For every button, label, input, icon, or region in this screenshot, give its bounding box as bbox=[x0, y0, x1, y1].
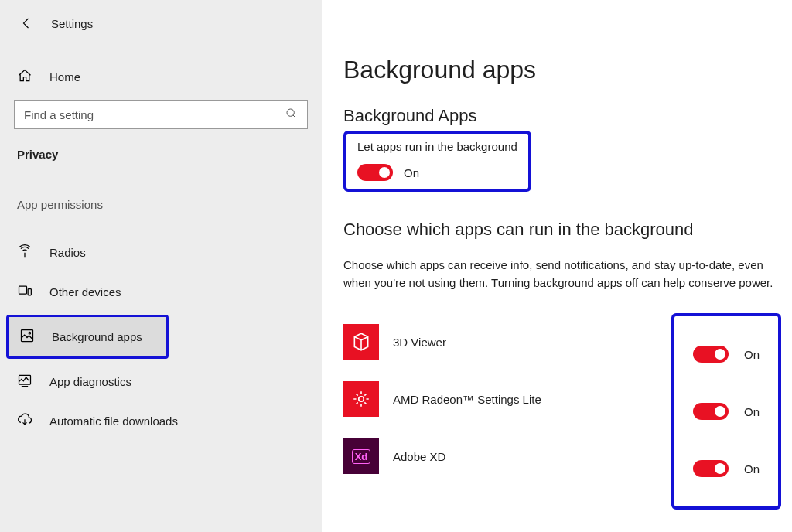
svg-point-4 bbox=[29, 332, 31, 334]
app-icon-3d-viewer bbox=[343, 324, 379, 360]
section-background-apps-title: Background Apps bbox=[343, 106, 781, 126]
sidebar-item-label: Automatic file downloads bbox=[50, 414, 178, 428]
section-choose-apps-title: Choose which apps can run in the backgro… bbox=[343, 220, 781, 240]
master-toggle[interactable] bbox=[357, 164, 393, 181]
svg-point-0 bbox=[287, 109, 294, 116]
background-apps-icon bbox=[19, 328, 35, 346]
app-toggle-row: On bbox=[693, 383, 760, 440]
sidebar-item-other-devices[interactable]: Other devices bbox=[0, 272, 322, 312]
app-list-wrap: 3D Viewer AMD Radeon™ Settings Lite Xd A… bbox=[343, 313, 781, 510]
app-row-adobe-xd: Xd Adobe XD bbox=[343, 428, 662, 485]
app-toggle-3d-viewer[interactable] bbox=[693, 346, 729, 363]
devices-icon bbox=[17, 283, 32, 301]
page-title: Background apps bbox=[343, 56, 781, 84]
app-row-amd-radeon: AMD Radeon™ Settings Lite bbox=[343, 370, 662, 428]
svg-rect-1 bbox=[19, 286, 27, 294]
sidebar-item-label: Other devices bbox=[50, 285, 121, 298]
section-privacy-label: Privacy bbox=[0, 143, 322, 165]
search-input[interactable]: Find a setting bbox=[14, 100, 308, 129]
sidebar-item-label: Background apps bbox=[52, 330, 142, 343]
app-icon-amd-radeon bbox=[343, 381, 379, 417]
sidebar: Settings Home Find a setting Privacy App… bbox=[0, 0, 322, 532]
back-icon[interactable] bbox=[20, 16, 34, 30]
app-list: 3D Viewer AMD Radeon™ Settings Lite Xd A… bbox=[343, 313, 662, 485]
cloud-download-icon bbox=[17, 412, 32, 430]
master-toggle-label: Let apps run in the background bbox=[357, 140, 517, 153]
home-nav[interactable]: Home bbox=[0, 59, 322, 95]
app-toggle-state: On bbox=[744, 462, 760, 476]
master-toggle-state: On bbox=[404, 166, 419, 179]
master-toggle-highlight: Let apps run in the background On bbox=[343, 131, 531, 192]
app-toggle-adobe-xd[interactable] bbox=[693, 460, 729, 477]
svg-rect-3 bbox=[22, 330, 33, 342]
app-name: 3D Viewer bbox=[393, 336, 446, 349]
app-name: AMD Radeon™ Settings Lite bbox=[393, 393, 541, 406]
app-toggle-state: On bbox=[744, 348, 760, 361]
master-toggle-row: On bbox=[357, 164, 517, 181]
sidebar-item-label: Radios bbox=[50, 246, 86, 259]
section-choose-apps-description: Choose which apps can receive info, send… bbox=[343, 257, 777, 292]
group-app-permissions-label: App permissions bbox=[0, 193, 322, 216]
home-label: Home bbox=[50, 70, 80, 84]
app-toggle-row: On bbox=[693, 326, 760, 383]
search-placeholder: Find a setting bbox=[24, 108, 94, 121]
sidebar-item-radios[interactable]: Radios bbox=[0, 233, 322, 272]
app-name: Adobe XD bbox=[393, 450, 446, 463]
sidebar-item-app-diagnostics[interactable]: App diagnostics bbox=[0, 362, 322, 401]
diagnostics-icon bbox=[17, 373, 32, 390]
app-toggle-row: On bbox=[693, 440, 760, 497]
header-row: Settings bbox=[0, 6, 322, 40]
home-icon bbox=[17, 68, 32, 86]
app-row-3d-viewer: 3D Viewer bbox=[343, 313, 662, 370]
sidebar-item-background-apps[interactable]: Background apps bbox=[6, 315, 169, 359]
app-toggle-amd-radeon[interactable] bbox=[693, 403, 729, 420]
svg-rect-2 bbox=[28, 289, 31, 295]
svg-point-6 bbox=[359, 397, 364, 402]
app-toggles-highlight: On On On bbox=[671, 313, 781, 510]
app-toggle-state: On bbox=[744, 405, 760, 418]
main-content: Background apps Background Apps Let apps… bbox=[322, 0, 792, 532]
search-icon bbox=[285, 107, 298, 122]
radios-icon bbox=[17, 244, 32, 261]
sidebar-item-automatic-file-downloads[interactable]: Automatic file downloads bbox=[0, 401, 322, 441]
window-title: Settings bbox=[51, 17, 93, 30]
app-icon-adobe-xd: Xd bbox=[343, 438, 379, 474]
sidebar-item-label: App diagnostics bbox=[50, 375, 131, 388]
